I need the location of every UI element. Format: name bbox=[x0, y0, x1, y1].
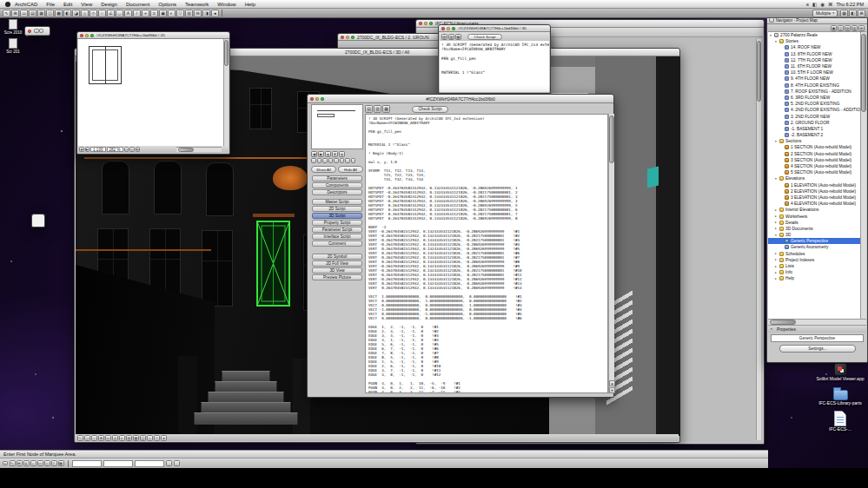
minimize-icon[interactable] bbox=[315, 97, 319, 101]
show-all-button[interactable]: Show All bbox=[311, 166, 336, 173]
status-menu-icon[interactable]: ◉ bbox=[820, 2, 825, 7]
zoom-preset-cell[interactable] bbox=[311, 158, 316, 163]
gdl-editor-titlebar[interactable]: #fCZXWkH249A7C77H4cc1bd36b0 bbox=[308, 95, 613, 103]
collapsed-palette[interactable] bbox=[31, 214, 45, 228]
scale-field[interactable]: 1:100 bbox=[90, 147, 106, 152]
status-menu-icon[interactable]: ◧ bbox=[812, 2, 817, 7]
menu-item[interactable]: Design bbox=[96, 2, 122, 7]
coordinate-tool-icon[interactable]: + bbox=[30, 460, 36, 466]
minimize-icon[interactable] bbox=[85, 34, 89, 37]
zoom-control-icon[interactable]: ● bbox=[339, 151, 345, 157]
gdl-editor-window[interactable]: #fCZXWkH249A7C77H4cc1bd36b0 ▤ ▥ ▦ Check … bbox=[307, 94, 614, 398]
menu-item[interactable]: View bbox=[76, 2, 96, 7]
palette-icon[interactable] bbox=[34, 29, 39, 34]
navigator-mode-icon[interactable]: ▣ bbox=[831, 25, 837, 31]
navigator-tree-item[interactable]: 3 SECTION (Auto-rebuild Model) bbox=[768, 157, 862, 163]
navigator-tree-item[interactable]: ▾ Elevations bbox=[768, 175, 862, 181]
zoom-preset-cell[interactable] bbox=[328, 158, 334, 163]
symbol-2d-hscroll[interactable] bbox=[176, 147, 222, 152]
zoom-icon[interactable] bbox=[351, 36, 354, 39]
script-3d-back-window[interactable]: #fCZXWkH249A7C77H4cc1bd36b0 / 3D ▤ ▥ ▦ C… bbox=[438, 24, 551, 94]
viewport-tool-icon[interactable]: ● bbox=[161, 435, 167, 441]
navigator-tree-item[interactable]: -1. BASEMENT 1 bbox=[768, 126, 862, 132]
zoom-control-icon[interactable]: ▼ bbox=[332, 151, 338, 157]
coordinate-tool-icon[interactable]: ◇ bbox=[44, 460, 50, 466]
script-section-button[interactable]: 2D Symbol bbox=[312, 254, 362, 260]
script-view-icon[interactable]: ▦ bbox=[382, 105, 390, 113]
disclosure-triangle-icon[interactable]: ▾ bbox=[771, 327, 775, 331]
minimize-icon[interactable] bbox=[424, 22, 427, 25]
navigator-tree-item[interactable]: Generic Perspective bbox=[768, 238, 862, 244]
page-right-icon[interactable]: ▶ bbox=[85, 147, 90, 152]
navigator-mode-icon[interactable]: ▥ bbox=[851, 25, 858, 31]
desktop-icon[interactable]: IFC-ECS-Library-parts bbox=[815, 387, 865, 406]
navigator-tree-item[interactable]: 10. 5TH F LOOR NEW bbox=[768, 69, 862, 76]
fit-icon[interactable]: ▭ bbox=[124, 147, 129, 152]
script-section-button[interactable]: 2D Full View bbox=[312, 260, 362, 267]
navigator-tree-item[interactable]: 5 SECTION (Auto-rebuild Model) bbox=[768, 169, 862, 175]
properties-header[interactable]: ▾ Properties bbox=[768, 325, 866, 333]
coordinate-tool-icon[interactable]: ↖ bbox=[10, 460, 16, 466]
navigator-tree-item[interactable]: 5. 2ND FLOOR EXISTING bbox=[768, 101, 862, 107]
zoom-preset-cell[interactable] bbox=[340, 158, 345, 163]
toolbar-icon[interactable]: ▽ bbox=[176, 10, 184, 17]
coordinate-tool-icon[interactable]: ▭ bbox=[37, 460, 43, 466]
gdl-script-text[interactable]: ! 3D SCRIPT (Generated by ArchiCAD IFC_2… bbox=[365, 114, 608, 393]
navigator-tree-item[interactable]: ▸ 3D Documents bbox=[768, 226, 862, 232]
coordinate-tool-icon[interactable]: ≡ bbox=[51, 460, 57, 466]
toolbar-icon[interactable]: ◪ bbox=[72, 10, 80, 17]
script-section-button[interactable]: Descriptors bbox=[312, 189, 362, 195]
navigator-tree-item[interactable]: 6. 3RD FLOOR NEW bbox=[768, 95, 862, 101]
window-controls[interactable] bbox=[441, 27, 455, 30]
navigator-tree-item[interactable]: 8. 4TH FLOOR EXISTING bbox=[768, 82, 862, 89]
toolbar-icon[interactable]: A bbox=[124, 10, 132, 17]
script-section-button[interactable]: Parameter Script bbox=[312, 227, 362, 233]
menu-item[interactable]: Document bbox=[122, 2, 154, 7]
finder-scrollbar[interactable] bbox=[756, 39, 761, 440]
toolbar-icon[interactable]: ⊞ bbox=[11, 10, 19, 17]
script-section-button[interactable]: Components bbox=[312, 182, 362, 188]
gdl-editor-vscroll[interactable]: ▲ ▼ bbox=[608, 114, 614, 393]
navigator-tree-item[interactable]: ▸ Interior Elevations bbox=[768, 207, 862, 213]
navigator-tree-item[interactable]: ▸ Lists bbox=[768, 263, 862, 269]
navigator-tree-item[interactable]: 1 SECTION (Auto-rebuild Model) bbox=[768, 144, 862, 150]
navigator-tree-item[interactable]: 2 SECTION (Auto-rebuild Model) bbox=[768, 151, 862, 157]
toolbar-icon[interactable]: ▭ bbox=[20, 10, 28, 17]
x-coordinate-field[interactable] bbox=[72, 460, 102, 467]
toolbar-icon[interactable]: ▤ bbox=[29, 10, 36, 17]
script-section-button[interactable]: Property Script bbox=[312, 220, 362, 226]
symbol-2d-canvas[interactable] bbox=[78, 39, 225, 148]
toolbar-icon[interactable]: ◧ bbox=[849, 10, 857, 17]
coordinate-tool-icon[interactable]: ⊞ bbox=[17, 460, 23, 466]
page-left-icon[interactable]: ◀ bbox=[79, 147, 84, 152]
navigator-vscroll[interactable] bbox=[860, 32, 866, 319]
status-menu-icon[interactable]: ≡ bbox=[806, 2, 809, 7]
close-icon[interactable]: × bbox=[3, 461, 8, 466]
menu-item[interactable]: Window bbox=[213, 2, 240, 7]
toolbar-icon[interactable]: + bbox=[142, 10, 149, 17]
grid-icon[interactable]: ⊞ bbox=[136, 147, 141, 152]
navigator-tree-item[interactable]: 2 ELEVATION (Auto-rebuild Model) bbox=[768, 188, 862, 195]
selected-window-element[interactable] bbox=[256, 221, 290, 307]
zoom-control-icon[interactable]: ▲ bbox=[325, 151, 331, 157]
zoom-preset-cell[interactable] bbox=[334, 158, 339, 163]
close-icon[interactable] bbox=[28, 30, 31, 33]
coordinate-tool-icon[interactable]: ▦ bbox=[58, 460, 64, 466]
check-script-button[interactable]: Check Script bbox=[467, 34, 502, 40]
script-view-icon[interactable]: ▤ bbox=[441, 34, 447, 40]
menu-item[interactable]: Teamwork bbox=[181, 2, 213, 7]
window-controls[interactable] bbox=[419, 22, 433, 25]
navigator-tree-item[interactable]: 9. 4TH FLOOR NEW bbox=[768, 76, 862, 82]
toolbar-icon[interactable]: ≡ bbox=[150, 10, 158, 17]
script-section-button[interactable]: Parameters bbox=[312, 175, 362, 181]
navigator-tree-item[interactable]: ▾ 3D bbox=[768, 232, 862, 238]
navigator-tree-item[interactable]: 3 ELEVATION (Auto-rebuild Model) bbox=[768, 195, 862, 201]
coordinate-tool-icon[interactable]: ∠ bbox=[23, 460, 30, 466]
layer-dropdown[interactable]: Multiple▾ bbox=[812, 10, 838, 17]
navigator-tree-item[interactable]: 4 ELEVATION (Auto-rebuild Model) bbox=[768, 201, 862, 207]
toolbar-icon[interactable]: ↖ bbox=[3, 10, 10, 17]
viewport-tool-icon[interactable]: ▦ bbox=[133, 435, 139, 441]
scroll-down-icon[interactable]: ▼ bbox=[609, 387, 615, 393]
current-view-field[interactable]: Generic Perspective bbox=[771, 334, 864, 342]
zoom-field[interactable]: 282 % bbox=[107, 147, 123, 152]
